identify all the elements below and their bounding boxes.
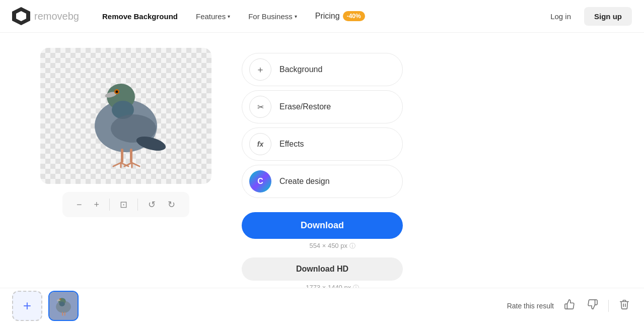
tool-create-design[interactable]: C Create design <box>242 165 403 198</box>
navbar: removebg Remove Background Features ▾ Fo… <box>0 0 644 33</box>
rate-label: Rate this result <box>507 302 554 310</box>
login-button[interactable]: Log in <box>543 8 578 25</box>
effects-icon: fx <box>249 133 271 155</box>
background-label: Background <box>279 65 322 74</box>
business-chevron-icon: ▾ <box>295 14 297 19</box>
svg-line-15 <box>132 163 139 166</box>
toolbar-divider-1 <box>109 199 110 211</box>
add-icon: + <box>23 298 31 314</box>
logo-text-bold: remove <box>34 11 68 22</box>
svg-rect-9 <box>130 149 132 163</box>
logo-icon <box>12 7 30 25</box>
image-toolbar: − + ⊡ ↺ ↻ <box>62 192 189 217</box>
image-thumbnail[interactable] <box>48 291 79 321</box>
svg-point-5 <box>116 91 118 93</box>
download-standard-dimensions: 554 × 450 px ⓘ <box>242 242 423 250</box>
effects-label: Effects <box>279 140 304 149</box>
download-hd-button[interactable]: Download HD <box>242 257 403 281</box>
nav-pricing[interactable]: Pricing -40% <box>308 7 372 25</box>
nav-features[interactable]: Features ▾ <box>189 8 237 25</box>
svg-rect-22 <box>62 312 63 315</box>
create-design-label: Create design <box>279 177 330 186</box>
tool-background[interactable]: ＋ Background <box>242 53 403 86</box>
create-design-icon: C <box>249 170 271 192</box>
background-icon: ＋ <box>249 58 271 81</box>
redo-button[interactable]: ↻ <box>162 196 181 213</box>
logo[interactable]: removebg <box>12 7 79 25</box>
erase-restore-label: Erase/Restore <box>279 102 331 111</box>
pricing-label: Pricing <box>315 12 340 21</box>
thumbnail-image <box>49 292 78 320</box>
image-canvas <box>40 48 211 184</box>
delete-icon <box>619 299 630 310</box>
svg-line-10 <box>113 163 121 166</box>
tools-list: ＋ Background ✂ Erase/Restore fx Effects … <box>242 53 423 198</box>
tool-erase-restore[interactable]: ✂ Erase/Restore <box>242 90 403 123</box>
nav-remove-background[interactable]: Remove Background <box>95 8 185 25</box>
thumbs-up-button[interactable] <box>562 297 577 314</box>
toolbar-divider-2 <box>137 199 138 211</box>
delete-button[interactable] <box>617 297 632 314</box>
download-button[interactable]: Download <box>242 212 403 239</box>
svg-point-21 <box>59 298 61 300</box>
pigeon-image <box>70 60 181 171</box>
thumbs-down-icon <box>587 299 598 310</box>
bottom-bar: + Rate this result <box>0 288 644 323</box>
main-content: − + ⊡ ↺ ↻ ＋ Background ✂ Erase/Restore f… <box>0 33 644 288</box>
svg-point-19 <box>59 301 65 306</box>
signup-button[interactable]: Sign up <box>584 7 632 26</box>
tool-effects[interactable]: fx Effects <box>242 127 403 161</box>
erase-restore-icon: ✂ <box>249 96 271 118</box>
logo-text: removebg <box>34 11 79 22</box>
svg-rect-23 <box>64 312 65 315</box>
standard-info-icon: ⓘ <box>349 242 355 249</box>
logo-text-light: bg <box>68 11 79 22</box>
svg-rect-8 <box>121 149 123 163</box>
thumbs-up-icon <box>564 299 575 310</box>
image-editor: − + ⊡ ↺ ↻ <box>40 48 211 217</box>
zoom-out-button[interactable]: − <box>70 197 88 213</box>
nav-links: Remove Background Features ▾ For Busines… <box>95 7 543 25</box>
nav-for-business[interactable]: For Business ▾ <box>241 8 304 25</box>
right-panel: ＋ Background ✂ Erase/Restore fx Effects … <box>242 48 423 292</box>
features-chevron-icon: ▾ <box>228 14 230 19</box>
rate-section: Rate this result <box>507 297 632 314</box>
zoom-in-button[interactable]: + <box>88 197 106 213</box>
rate-divider <box>608 300 609 312</box>
undo-button[interactable]: ↺ <box>142 196 162 213</box>
pricing-discount-badge: -40% <box>343 11 365 21</box>
thumbs-down-button[interactable] <box>585 297 600 314</box>
split-view-button[interactable]: ⊡ <box>114 196 133 213</box>
nav-right: Log in Sign up <box>543 7 632 26</box>
add-image-button[interactable]: + <box>12 291 42 321</box>
